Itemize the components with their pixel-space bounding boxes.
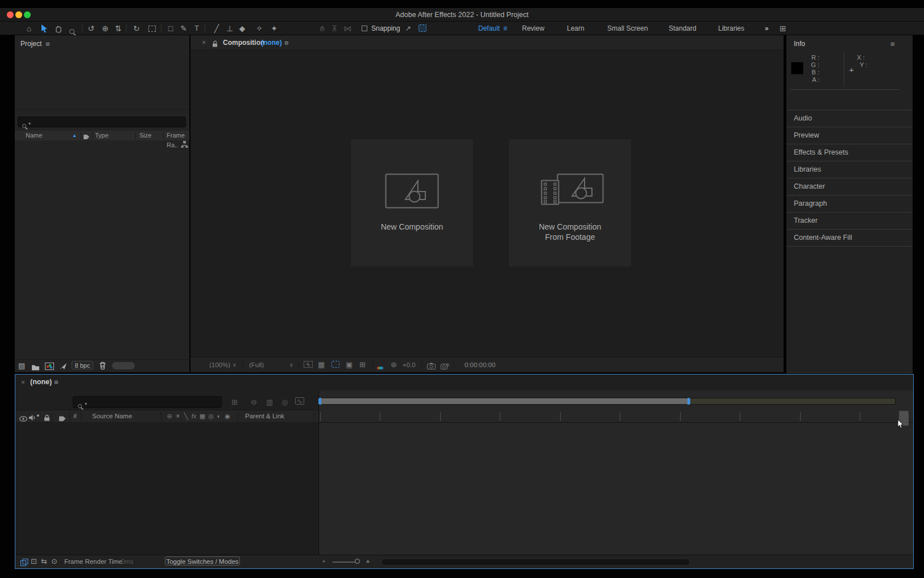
flowchart-view-icon[interactable]	[181, 141, 188, 149]
snap-to-edges-icon[interactable]	[419, 24, 426, 32]
pan-camera-tool-icon[interactable]: ⊕	[100, 23, 111, 34]
lock-icon[interactable]	[44, 413, 50, 423]
magnification-value[interactable]: (100%)	[209, 361, 230, 368]
shy-switch-icon[interactable]: ⊖	[165, 413, 173, 420]
workspace-tab-review[interactable]: Review	[522, 24, 544, 33]
time-ruler[interactable]	[320, 412, 894, 421]
pen-tool-icon[interactable]: ✎	[178, 23, 189, 34]
time-navigator-start-handle[interactable]	[318, 398, 321, 405]
brush-tool-icon[interactable]: ╱	[211, 23, 222, 34]
exposure-value[interactable]: +0.0	[403, 361, 416, 368]
expand-in-out-icon[interactable]: ⇆	[41, 557, 47, 565]
manage-workspaces-icon[interactable]: ⊞	[780, 24, 786, 33]
sort-ascending-icon[interactable]: ▲	[72, 131, 77, 140]
zoom-out-timeline-icon[interactable]: ▲	[322, 559, 326, 563]
expand-render-time-icon[interactable]: ⊙	[51, 557, 57, 565]
column-name[interactable]: Name	[26, 131, 42, 140]
timeline-tab[interactable]: (none)	[30, 378, 52, 386]
project-tab[interactable]: Project	[20, 40, 42, 48]
layer-list-empty-area[interactable]	[16, 423, 318, 555]
frame-blend-switch-icon[interactable]: ▦	[198, 413, 206, 420]
bit-depth-button[interactable]: 8 bpc	[72, 361, 93, 369]
adjustment-layer-switch-icon[interactable]: ◐	[215, 413, 223, 419]
source-name-column[interactable]: Source Name	[92, 413, 132, 419]
timeline-panel-menu-icon[interactable]: ≡	[54, 378, 59, 386]
workspace-menu-icon[interactable]: ≡	[503, 24, 507, 33]
preview-timecode[interactable]: 0:00:00:00	[465, 361, 495, 368]
workspace-tab-default[interactable]: Default	[478, 24, 500, 33]
unlock-icon[interactable]	[212, 39, 218, 49]
exposure-icon[interactable]: ⊛	[391, 360, 397, 369]
orbit-camera-tool-icon[interactable]: ↺	[85, 23, 97, 34]
mask-visibility-icon[interactable]: ▣	[346, 360, 353, 369]
project-search-input[interactable]: ▾	[18, 117, 186, 127]
roto-brush-tool-icon[interactable]: ✧	[254, 23, 265, 34]
project-horizontal-scrollbar[interactable]	[112, 362, 135, 369]
workspace-tab-standard[interactable]: Standard	[669, 24, 697, 33]
effects-switch-icon[interactable]: fx	[190, 413, 198, 419]
info-panel-menu-icon[interactable]: ≡	[890, 40, 895, 48]
panel-tab-preview[interactable]: Preview	[786, 127, 913, 144]
workspace-overflow-icon[interactable]: »	[765, 24, 769, 33]
motion-blur-switch-icon[interactable]: ◎	[207, 413, 215, 420]
puppet-pin-tool-icon[interactable]: ✦	[268, 23, 280, 34]
resolution-value[interactable]: (Full)	[249, 361, 264, 368]
project-panel-menu-icon[interactable]: ≡	[45, 40, 50, 48]
new-composition-from-footage-button[interactable]: New Composition From Footage	[509, 139, 631, 267]
region-of-interest-icon[interactable]	[332, 361, 339, 368]
workspace-tab-libraries[interactable]: Libraries	[718, 24, 744, 33]
timeline-search-input[interactable]: ▾	[73, 396, 222, 408]
composition-tab[interactable]: Composition	[223, 39, 264, 47]
zoom-in-timeline-icon[interactable]: ▲	[365, 558, 371, 564]
new-composition-button[interactable]: New Composition	[351, 139, 473, 267]
close-tab-icon[interactable]: ×	[202, 39, 206, 47]
quality-switch-icon[interactable]: ╲	[182, 413, 190, 420]
magnification-caret-icon[interactable]: ∨	[233, 362, 237, 368]
panel-tab-tracker[interactable]: Tracker	[786, 212, 913, 229]
dolly-camera-tool-icon[interactable]: ⇅	[113, 23, 124, 34]
time-navigator-bar[interactable]	[320, 398, 688, 404]
toggle-switches-modes-button[interactable]: Toggle Switches / Modes	[165, 556, 240, 565]
snapping-label[interactable]: Snapping	[371, 24, 400, 33]
show-snapshot-icon[interactable]	[441, 361, 449, 372]
info-panel-tab[interactable]: Info	[794, 40, 805, 48]
time-navigator-end-handle[interactable]	[687, 398, 690, 405]
panel-tab-effects-presets[interactable]: Effects & Presets	[786, 144, 913, 161]
new-composition-icon[interactable]	[45, 362, 54, 372]
audio-mute-icon[interactable]	[28, 413, 36, 423]
close-tab-icon[interactable]: ×	[21, 379, 25, 386]
solo-icon[interactable]: ●	[36, 413, 39, 418]
layer-number-column[interactable]: #	[73, 413, 77, 419]
workspace-tab-small-screen[interactable]: Small Screen	[607, 24, 648, 33]
snapshot-icon[interactable]	[427, 361, 436, 372]
hand-tool-icon[interactable]	[55, 24, 63, 35]
panel-tab-character[interactable]: Character	[786, 178, 913, 195]
column-size[interactable]: Size	[139, 131, 151, 140]
label-color-icon[interactable]	[59, 414, 66, 424]
timeline-horizontal-scrollbar[interactable]	[382, 559, 689, 565]
type-tool-icon[interactable]: T	[191, 23, 202, 34]
resolution-caret-icon[interactable]: ∨	[289, 362, 293, 368]
column-type[interactable]: Type	[95, 131, 109, 140]
rotation-tool-icon[interactable]: ↻	[131, 23, 142, 34]
project-flowchart-icon[interactable]	[59, 362, 67, 372]
selection-tool-icon[interactable]	[41, 24, 48, 35]
video-visibility-icon[interactable]	[19, 414, 27, 424]
camera-tool-icon[interactable]	[148, 26, 156, 32]
parent-link-column[interactable]: Parent & Link	[245, 413, 284, 419]
snapping-checkbox[interactable]	[362, 26, 367, 31]
composition-panel-menu-icon[interactable]: ≡	[284, 39, 289, 47]
transparency-grid-icon[interactable]: ▦	[318, 360, 325, 369]
panel-tab-content-aware-fill[interactable]: Content-Aware Fill	[786, 229, 913, 247]
interpret-footage-icon[interactable]: ▤	[18, 361, 25, 370]
fast-previews-icon[interactable]: ϟ	[304, 361, 313, 368]
home-icon[interactable]: ⌂	[23, 23, 35, 34]
motion-blur-icon[interactable]: ◎	[281, 398, 288, 406]
panel-tab-paragraph[interactable]: Paragraph	[786, 195, 913, 212]
three-d-switch-icon[interactable]: ◉	[223, 413, 231, 420]
expand-layer-switches-icon[interactable]	[20, 558, 28, 568]
collapse-transforms-icon[interactable]: ☀	[174, 413, 182, 420]
graph-editor-icon[interactable]: ∿	[295, 397, 304, 405]
guides-icon[interactable]: ⊞	[359, 360, 366, 369]
composition-tab-target[interactable]: (none)	[261, 39, 282, 47]
